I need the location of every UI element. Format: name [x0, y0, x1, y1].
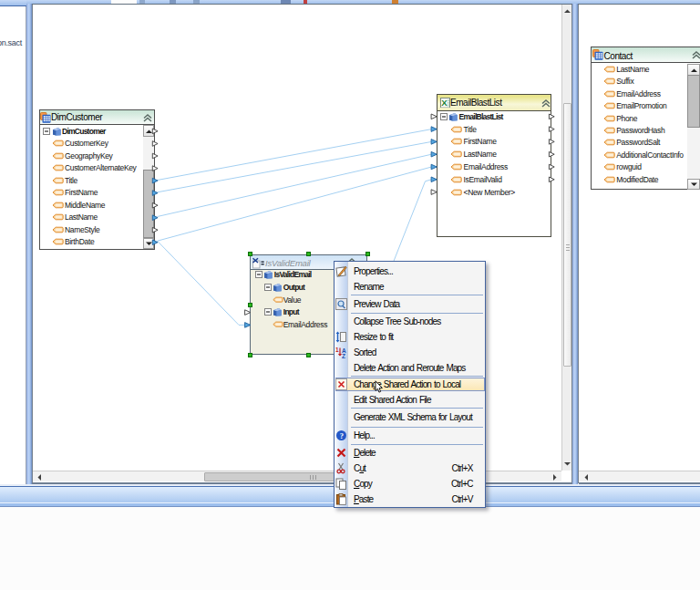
svg-text:?: ? — [340, 430, 344, 440]
svg-text:1: 1 — [335, 347, 339, 353]
